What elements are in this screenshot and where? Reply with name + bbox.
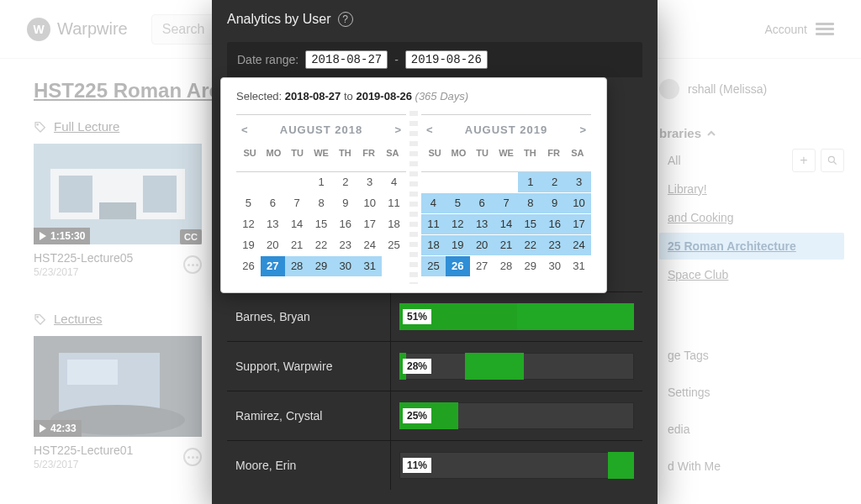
calendar-day[interactable]: 4 — [382, 172, 406, 192]
current-user[interactable]: rshall (Melissa) — [659, 79, 844, 99]
calendar-day[interactable]: 11 — [382, 193, 406, 213]
calendar-day[interactable]: 2 — [333, 172, 357, 192]
calendar-day[interactable]: 29 — [518, 256, 542, 276]
calendar-day[interactable]: 18 — [382, 214, 406, 234]
calendar-day[interactable]: 5 — [236, 193, 261, 213]
date-end-input[interactable]: 2019-08-26 — [405, 50, 488, 69]
calendar-day[interactable]: 15 — [309, 214, 334, 234]
calendar-day[interactable]: 10 — [357, 193, 382, 213]
calendar-day[interactable]: 20 — [261, 235, 285, 255]
menu-icon — [816, 23, 834, 35]
calendar-day[interactable]: 20 — [470, 235, 494, 255]
sidebar-item-all[interactable]: All — [659, 147, 792, 174]
calendar-day[interactable]: 30 — [542, 256, 567, 276]
calendar-day[interactable] — [236, 172, 261, 192]
calendar-day[interactable] — [285, 172, 309, 192]
video-thumb-2[interactable]: 42:33 — [34, 336, 202, 437]
calendar-day[interactable]: 6 — [261, 193, 285, 213]
help-icon[interactable]: ? — [338, 12, 353, 27]
calendar-day[interactable]: 2 — [542, 172, 567, 192]
calendar-day[interactable]: 22 — [309, 235, 334, 255]
calendar-day[interactable]: 1 — [518, 172, 542, 192]
calendar-day[interactable]: 23 — [542, 235, 567, 255]
calendar-day[interactable]: 31 — [567, 256, 591, 276]
calendar-day[interactable]: 11 — [421, 214, 446, 234]
calendar-day[interactable]: 19 — [446, 235, 470, 255]
calendar-day[interactable]: 17 — [567, 214, 591, 234]
cal-right-prev[interactable]: < — [423, 123, 436, 136]
calendar-day[interactable]: 1 — [309, 172, 334, 192]
calendar-day[interactable]: 24 — [357, 235, 382, 255]
calendar-day[interactable] — [446, 172, 470, 192]
sidebar-item-space[interactable]: Space Club — [659, 261, 844, 288]
calendar-day[interactable]: 9 — [333, 193, 357, 213]
calendar-day[interactable]: 10 — [567, 193, 591, 213]
calendar-day[interactable]: 30 — [333, 256, 357, 276]
section-link-lectures[interactable]: Lectures — [54, 312, 103, 326]
calendar-day[interactable]: 3 — [567, 172, 591, 192]
calendar-day[interactable] — [261, 172, 285, 192]
calendar-day[interactable]: 13 — [470, 214, 494, 234]
calendar-day[interactable] — [421, 172, 446, 192]
calendar-day[interactable]: 27 — [261, 256, 285, 276]
calendar-day[interactable]: 19 — [236, 235, 261, 255]
cal-left-next[interactable]: > — [391, 123, 404, 136]
calendar-day[interactable]: 3 — [357, 172, 382, 192]
sidebar-settings[interactable]: Settings — [659, 379, 844, 406]
video-options-2[interactable] — [183, 448, 202, 466]
video-thumb-1[interactable]: 1:15:30 CC — [34, 144, 202, 244]
calendar-day[interactable]: 25 — [382, 235, 406, 255]
calendar-day[interactable]: 21 — [494, 235, 519, 255]
sidebar-item-roman[interactable]: 25 Roman Architecture — [659, 233, 844, 260]
calendar-day[interactable] — [470, 172, 494, 192]
calendar-day[interactable]: 4 — [421, 193, 446, 213]
sidebar-item-library[interactable]: Library! — [659, 176, 844, 202]
calendar-day[interactable]: 6 — [470, 193, 494, 213]
calendar-day[interactable]: 12 — [236, 214, 261, 234]
calendar-day[interactable]: 14 — [285, 214, 309, 234]
sidebar-media[interactable]: edia — [659, 416, 844, 443]
calendar-day[interactable]: 22 — [518, 235, 542, 255]
calendar-day[interactable]: 12 — [446, 214, 470, 234]
section-link-full-lecture[interactable]: Full Lecture — [54, 119, 119, 134]
calendar-day[interactable] — [494, 172, 519, 192]
calendar-day[interactable]: 29 — [309, 256, 334, 276]
calendar-day[interactable]: 8 — [309, 193, 334, 213]
search-libraries-button[interactable] — [821, 149, 844, 172]
sidebar-shared[interactable]: d With Me — [659, 453, 844, 480]
calendar-day[interactable]: 18 — [421, 235, 446, 255]
calendar-day[interactable]: 31 — [357, 256, 382, 276]
calendar-day[interactable]: 24 — [567, 235, 591, 255]
analytics-modal: Analytics by User ? Date range: 2018-08-… — [212, 0, 658, 504]
account-menu[interactable]: Account — [764, 23, 834, 36]
calendar-day[interactable] — [382, 256, 406, 276]
date-start-input[interactable]: 2018-08-27 — [305, 50, 388, 69]
calendar-day[interactable]: 15 — [518, 214, 542, 234]
sidebar-manage-tags[interactable]: ge Tags — [659, 342, 844, 369]
calendar-day[interactable]: 16 — [333, 214, 357, 234]
calendar-day[interactable]: 21 — [285, 235, 309, 255]
calendar-day[interactable]: 26 — [446, 256, 470, 276]
calendar-day[interactable]: 17 — [357, 214, 382, 234]
calendar-day[interactable]: 26 — [236, 256, 261, 276]
add-library-button[interactable]: + — [792, 149, 816, 172]
calendar-day[interactable]: 8 — [518, 193, 542, 213]
calendar-day[interactable]: 14 — [494, 214, 519, 234]
calendar-day[interactable]: 9 — [542, 193, 567, 213]
cal-left-prev[interactable]: < — [238, 123, 251, 136]
calendar-day[interactable]: 27 — [470, 256, 494, 276]
calendar-day[interactable]: 16 — [542, 214, 567, 234]
calendar-day[interactable]: 13 — [261, 214, 285, 234]
calendar-day[interactable]: 5 — [446, 193, 470, 213]
calendar-day[interactable]: 23 — [333, 235, 357, 255]
calendar-day[interactable]: 25 — [421, 256, 446, 276]
cal-right-next[interactable]: > — [576, 123, 589, 136]
video-options-1[interactable] — [183, 255, 202, 274]
libraries-header[interactable]: braries — [659, 126, 844, 140]
calendar-day[interactable]: 7 — [494, 193, 519, 213]
calendar-day[interactable]: 28 — [494, 256, 519, 276]
sidebar-item-cooking[interactable]: and Cooking — [659, 204, 844, 231]
calendar-day[interactable]: 7 — [285, 193, 309, 213]
logo[interactable]: W Warpwire — [27, 18, 128, 41]
calendar-day[interactable]: 28 — [285, 256, 309, 276]
